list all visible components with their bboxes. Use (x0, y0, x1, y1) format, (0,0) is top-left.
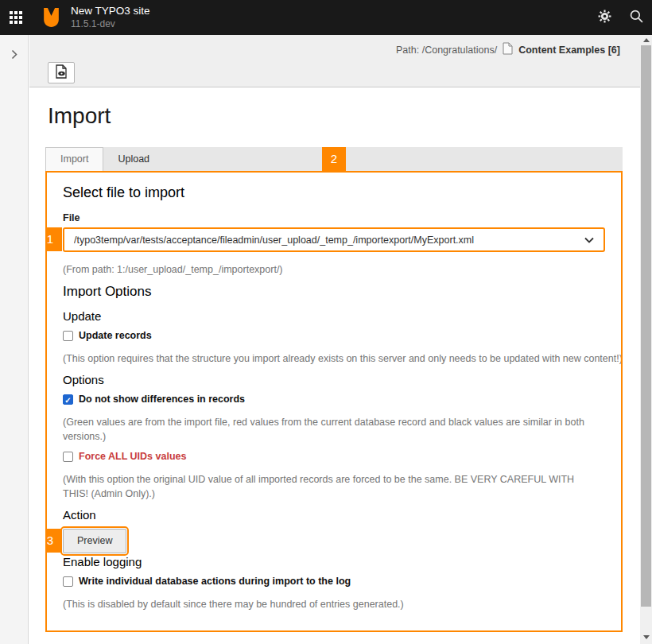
no-diff-note: (Green values are from the import file, … (63, 415, 605, 444)
test-marker-1: 1 (45, 227, 62, 251)
update-records-label[interactable]: Update records (79, 330, 152, 341)
test-marker-3: 3 (45, 529, 62, 553)
site-info: New TYPO3 site 11.5.1-dev (71, 5, 150, 30)
log-actions-row[interactable]: Write individual database actions during… (63, 576, 605, 587)
gear-icon (598, 10, 611, 25)
grid-icon (10, 11, 22, 24)
no-diff-row[interactable]: Do not show differences in records (63, 394, 605, 405)
tab-import[interactable]: Import (45, 147, 103, 171)
page-path: Path: /Congratulations/ (396, 45, 497, 56)
update-records-row[interactable]: Update records (63, 330, 605, 341)
no-diff-checkbox[interactable] (63, 394, 73, 405)
from-path-note: (From path: 1:/user_upload/_temp_/import… (63, 262, 605, 277)
preview-row: 3 Preview (63, 529, 605, 553)
force-uids-note: (With this option the original UID value… (63, 472, 588, 501)
options-title: Options (63, 373, 605, 386)
file-select[interactable]: /typo3temp/var/tests/acceptance/fileadmi… (63, 227, 605, 252)
logging-title: Enable logging (63, 555, 605, 568)
no-diff-label[interactable]: Do not show differences in records (79, 394, 245, 405)
scroll-down-icon[interactable] (640, 632, 652, 642)
page-title: Import (48, 103, 640, 129)
force-uids-row[interactable]: Force ALL UIDs values (63, 451, 605, 462)
chevron-down-icon (584, 235, 594, 246)
scrollbar[interactable] (640, 35, 652, 644)
scrollbar-thumb[interactable] (641, 45, 651, 607)
typo3-logo-icon (41, 7, 61, 29)
update-records-note: (This option requires that the structure… (63, 351, 605, 366)
record-title: Content Examples [6] (518, 45, 620, 56)
chevron-right-icon (11, 49, 17, 62)
document-icon (503, 42, 513, 57)
file-label: File (63, 212, 605, 223)
docheader: Path: /Congratulations/ Content Examples… (29, 35, 640, 87)
section-title: Select file to import (63, 184, 605, 201)
search-button[interactable] (620, 0, 652, 35)
update-title: Update (63, 309, 605, 323)
nav-expand-button[interactable] (0, 41, 29, 70)
view-webpage-button[interactable] (48, 62, 75, 83)
settings-button[interactable] (588, 0, 620, 35)
topbar: New TYPO3 site 11.5.1-dev (0, 0, 652, 35)
force-uids-checkbox[interactable] (63, 452, 73, 462)
file-select-row: 1 /typo3temp/var/tests/acceptance/filead… (63, 227, 605, 252)
file-select-value: /typo3temp/var/tests/acceptance/fileadmi… (74, 235, 584, 246)
log-actions-checkbox[interactable] (63, 576, 73, 587)
site-version: 11.5.1-dev (71, 18, 150, 30)
modules-menu-button[interactable] (0, 0, 32, 35)
import-panel: Select file to import File 1 /typo3temp/… (45, 171, 623, 632)
test-marker-2: 2 (322, 147, 346, 171)
typo3-logo[interactable]: New TYPO3 site 11.5.1-dev (41, 5, 150, 30)
log-actions-label[interactable]: Write individual database actions during… (79, 576, 351, 587)
preview-button[interactable]: Preview (63, 529, 126, 553)
scroll-up-icon[interactable] (640, 35, 652, 45)
site-title: New TYPO3 site (71, 5, 150, 18)
docheader-toolbar (29, 62, 640, 83)
force-uids-label[interactable]: Force ALL UIDs values (79, 451, 186, 462)
search-icon (630, 10, 643, 25)
document-eye-icon (55, 64, 68, 81)
tab-upload[interactable]: Upload (103, 147, 164, 171)
collapsed-nav-sidebar (0, 35, 29, 644)
breadcrumb: Path: /Congratulations/ Content Examples… (29, 35, 640, 60)
module-body: Import Import Upload 2 Select file to im… (29, 87, 640, 644)
log-actions-note: (This is disabled by default since there… (63, 597, 605, 611)
action-title: Action (63, 508, 605, 522)
tab-bar: Import Upload 2 (45, 147, 623, 171)
import-options-title: Import Options (63, 284, 605, 300)
update-records-checkbox[interactable] (63, 331, 73, 341)
